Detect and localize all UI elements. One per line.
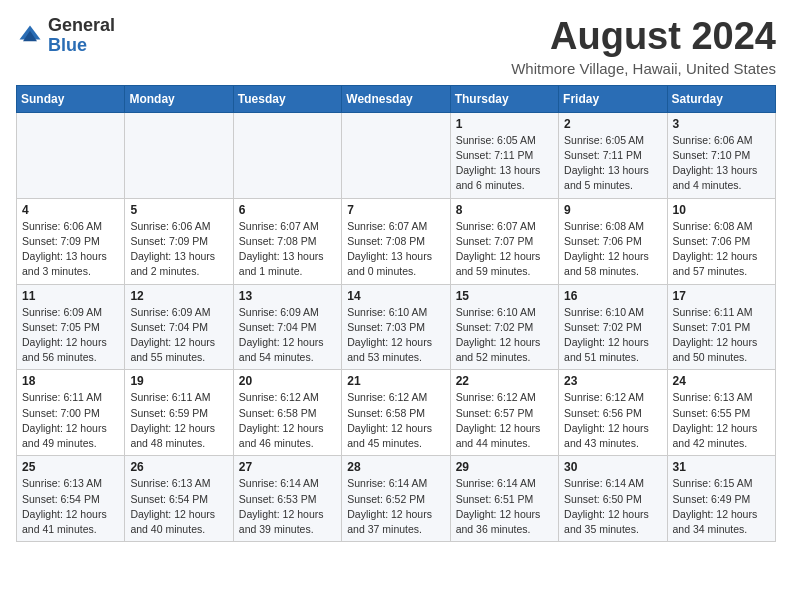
day-info: Sunrise: 6:05 AMSunset: 7:11 PMDaylight:… [456, 133, 553, 194]
day-number: 3 [673, 117, 770, 131]
logo-text: General Blue [48, 16, 115, 56]
day-info: Sunrise: 6:12 AMSunset: 6:57 PMDaylight:… [456, 390, 553, 451]
calendar-table: SundayMondayTuesdayWednesdayThursdayFrid… [16, 85, 776, 542]
calendar-cell: 31Sunrise: 6:15 AMSunset: 6:49 PMDayligh… [667, 456, 775, 542]
day-number: 29 [456, 460, 553, 474]
day-info: Sunrise: 6:10 AMSunset: 7:02 PMDaylight:… [456, 305, 553, 366]
calendar-cell [17, 112, 125, 198]
logo: General Blue [16, 16, 115, 56]
day-info: Sunrise: 6:06 AMSunset: 7:10 PMDaylight:… [673, 133, 770, 194]
day-info: Sunrise: 6:12 AMSunset: 6:56 PMDaylight:… [564, 390, 661, 451]
calendar-cell: 1Sunrise: 6:05 AMSunset: 7:11 PMDaylight… [450, 112, 558, 198]
calendar-cell: 18Sunrise: 6:11 AMSunset: 7:00 PMDayligh… [17, 370, 125, 456]
calendar-cell: 26Sunrise: 6:13 AMSunset: 6:54 PMDayligh… [125, 456, 233, 542]
day-number: 5 [130, 203, 227, 217]
day-number: 23 [564, 374, 661, 388]
day-number: 30 [564, 460, 661, 474]
day-number: 1 [456, 117, 553, 131]
day-number: 27 [239, 460, 336, 474]
day-number: 21 [347, 374, 444, 388]
calendar-week-row: 4Sunrise: 6:06 AMSunset: 7:09 PMDaylight… [17, 198, 776, 284]
day-info: Sunrise: 6:09 AMSunset: 7:04 PMDaylight:… [130, 305, 227, 366]
day-info: Sunrise: 6:07 AMSunset: 7:08 PMDaylight:… [347, 219, 444, 280]
calendar-cell: 10Sunrise: 6:08 AMSunset: 7:06 PMDayligh… [667, 198, 775, 284]
logo-icon [16, 22, 44, 50]
calendar-week-row: 18Sunrise: 6:11 AMSunset: 7:00 PMDayligh… [17, 370, 776, 456]
day-number: 2 [564, 117, 661, 131]
calendar-cell: 30Sunrise: 6:14 AMSunset: 6:50 PMDayligh… [559, 456, 667, 542]
calendar-cell: 7Sunrise: 6:07 AMSunset: 7:08 PMDaylight… [342, 198, 450, 284]
calendar-cell: 28Sunrise: 6:14 AMSunset: 6:52 PMDayligh… [342, 456, 450, 542]
calendar-cell [125, 112, 233, 198]
day-number: 20 [239, 374, 336, 388]
day-info: Sunrise: 6:06 AMSunset: 7:09 PMDaylight:… [22, 219, 119, 280]
calendar-cell: 5Sunrise: 6:06 AMSunset: 7:09 PMDaylight… [125, 198, 233, 284]
calendar-cell: 12Sunrise: 6:09 AMSunset: 7:04 PMDayligh… [125, 284, 233, 370]
calendar-cell: 19Sunrise: 6:11 AMSunset: 6:59 PMDayligh… [125, 370, 233, 456]
day-info: Sunrise: 6:07 AMSunset: 7:07 PMDaylight:… [456, 219, 553, 280]
day-number: 16 [564, 289, 661, 303]
day-info: Sunrise: 6:09 AMSunset: 7:05 PMDaylight:… [22, 305, 119, 366]
calendar-cell: 21Sunrise: 6:12 AMSunset: 6:58 PMDayligh… [342, 370, 450, 456]
day-number: 14 [347, 289, 444, 303]
calendar-week-row: 1Sunrise: 6:05 AMSunset: 7:11 PMDaylight… [17, 112, 776, 198]
day-number: 4 [22, 203, 119, 217]
day-number: 28 [347, 460, 444, 474]
weekday-header-row: SundayMondayTuesdayWednesdayThursdayFrid… [17, 85, 776, 112]
calendar-cell: 27Sunrise: 6:14 AMSunset: 6:53 PMDayligh… [233, 456, 341, 542]
day-number: 25 [22, 460, 119, 474]
logo-general: General [48, 15, 115, 35]
day-info: Sunrise: 6:13 AMSunset: 6:54 PMDaylight:… [130, 476, 227, 537]
calendar-cell: 4Sunrise: 6:06 AMSunset: 7:09 PMDaylight… [17, 198, 125, 284]
day-info: Sunrise: 6:14 AMSunset: 6:53 PMDaylight:… [239, 476, 336, 537]
calendar-cell: 13Sunrise: 6:09 AMSunset: 7:04 PMDayligh… [233, 284, 341, 370]
calendar-cell: 22Sunrise: 6:12 AMSunset: 6:57 PMDayligh… [450, 370, 558, 456]
weekday-header: Wednesday [342, 85, 450, 112]
day-info: Sunrise: 6:11 AMSunset: 7:01 PMDaylight:… [673, 305, 770, 366]
weekday-header: Friday [559, 85, 667, 112]
day-number: 13 [239, 289, 336, 303]
calendar-cell: 17Sunrise: 6:11 AMSunset: 7:01 PMDayligh… [667, 284, 775, 370]
logo-blue: Blue [48, 35, 87, 55]
calendar-cell: 14Sunrise: 6:10 AMSunset: 7:03 PMDayligh… [342, 284, 450, 370]
calendar-cell: 11Sunrise: 6:09 AMSunset: 7:05 PMDayligh… [17, 284, 125, 370]
weekday-header: Saturday [667, 85, 775, 112]
day-info: Sunrise: 6:07 AMSunset: 7:08 PMDaylight:… [239, 219, 336, 280]
day-info: Sunrise: 6:06 AMSunset: 7:09 PMDaylight:… [130, 219, 227, 280]
day-number: 22 [456, 374, 553, 388]
day-info: Sunrise: 6:12 AMSunset: 6:58 PMDaylight:… [239, 390, 336, 451]
day-number: 6 [239, 203, 336, 217]
calendar-cell: 8Sunrise: 6:07 AMSunset: 7:07 PMDaylight… [450, 198, 558, 284]
day-number: 7 [347, 203, 444, 217]
calendar-cell: 6Sunrise: 6:07 AMSunset: 7:08 PMDaylight… [233, 198, 341, 284]
page-header: General Blue August 2024 Whitmore Villag… [16, 16, 776, 77]
day-info: Sunrise: 6:08 AMSunset: 7:06 PMDaylight:… [564, 219, 661, 280]
day-info: Sunrise: 6:08 AMSunset: 7:06 PMDaylight:… [673, 219, 770, 280]
calendar-cell: 24Sunrise: 6:13 AMSunset: 6:55 PMDayligh… [667, 370, 775, 456]
calendar-cell [342, 112, 450, 198]
weekday-header: Tuesday [233, 85, 341, 112]
day-info: Sunrise: 6:10 AMSunset: 7:03 PMDaylight:… [347, 305, 444, 366]
calendar-cell [233, 112, 341, 198]
calendar-week-row: 11Sunrise: 6:09 AMSunset: 7:05 PMDayligh… [17, 284, 776, 370]
calendar-week-row: 25Sunrise: 6:13 AMSunset: 6:54 PMDayligh… [17, 456, 776, 542]
day-info: Sunrise: 6:14 AMSunset: 6:52 PMDaylight:… [347, 476, 444, 537]
day-info: Sunrise: 6:11 AMSunset: 6:59 PMDaylight:… [130, 390, 227, 451]
month-title: August 2024 [511, 16, 776, 58]
location: Whitmore Village, Hawaii, United States [511, 60, 776, 77]
calendar-cell: 9Sunrise: 6:08 AMSunset: 7:06 PMDaylight… [559, 198, 667, 284]
calendar-cell: 16Sunrise: 6:10 AMSunset: 7:02 PMDayligh… [559, 284, 667, 370]
day-info: Sunrise: 6:13 AMSunset: 6:54 PMDaylight:… [22, 476, 119, 537]
title-block: August 2024 Whitmore Village, Hawaii, Un… [511, 16, 776, 77]
day-number: 31 [673, 460, 770, 474]
day-number: 17 [673, 289, 770, 303]
calendar-cell: 23Sunrise: 6:12 AMSunset: 6:56 PMDayligh… [559, 370, 667, 456]
day-number: 19 [130, 374, 227, 388]
day-number: 12 [130, 289, 227, 303]
day-number: 8 [456, 203, 553, 217]
day-info: Sunrise: 6:12 AMSunset: 6:58 PMDaylight:… [347, 390, 444, 451]
calendar-cell: 25Sunrise: 6:13 AMSunset: 6:54 PMDayligh… [17, 456, 125, 542]
day-info: Sunrise: 6:14 AMSunset: 6:51 PMDaylight:… [456, 476, 553, 537]
weekday-header: Sunday [17, 85, 125, 112]
day-number: 15 [456, 289, 553, 303]
